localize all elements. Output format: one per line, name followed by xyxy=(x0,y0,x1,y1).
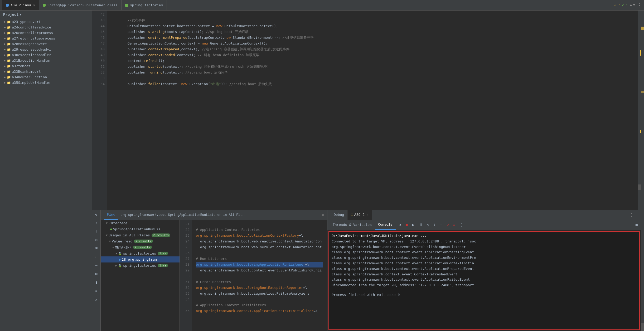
console-wrapper[interactable]: D:\JavaEnvironment\Java\JDK17\bin\java.e… xyxy=(328,231,640,330)
find-tree-value-read[interactable]: ▼ Value read 2 results xyxy=(101,238,180,244)
debug-btn-red2[interactable]: ✏ xyxy=(452,222,457,228)
sidebar-item-a32[interactable]: ▶ 📁 a32tomcat xyxy=(0,63,92,69)
factory-line-26 xyxy=(196,250,323,256)
find-tree-spring-factories-2[interactable]: ▶ 🍃 spring.factories 1 re xyxy=(101,262,180,269)
up-icon[interactable]: ↑ xyxy=(95,221,97,225)
tab-srl[interactable]: SpringApplicationRunListener.class xyxy=(39,0,122,10)
sidebar-item-a31[interactable]: ▶ 📁 a31ExceptionHandler xyxy=(0,58,92,63)
code-content[interactable]: //发布事件 DefaultBootstrapContext bootstrap… xyxy=(107,11,638,210)
close-panel-icon[interactable]: ✕ xyxy=(95,298,97,302)
debug-minimize-btn[interactable]: — xyxy=(636,213,638,217)
debug-btn-resume[interactable]: ▶ xyxy=(411,222,415,228)
find-close-btn[interactable]: ✕ xyxy=(322,213,324,217)
factory-line-34 xyxy=(196,296,323,302)
folder-icon: 📁 xyxy=(7,26,11,29)
find-panel-header: Find org.springframework.boot.SpringAppl… xyxy=(101,210,327,220)
arrow-icon: ▶ xyxy=(4,59,6,62)
sidebar-header[interactable]: Project ▼ xyxy=(0,11,92,19)
console-line-6: class org.springframework.boot.context.e… xyxy=(332,261,637,266)
expand-icon[interactable]: ⊞ xyxy=(95,272,97,276)
console-line-5: class org.springframework.boot.context.e… xyxy=(332,255,637,261)
debug-btn-reload[interactable]: ↺ xyxy=(398,222,402,228)
sync-icon[interactable]: ↺ xyxy=(95,212,97,217)
debug-more-btn[interactable]: ⋮ xyxy=(629,212,633,218)
debug-toolbar: Threads & Variables Console ↺ ◼ ▶ ⏸ ↷ ↓ … xyxy=(327,220,641,230)
sidebar-item-a30[interactable]: ▶ 📁 a30exceptionhandler xyxy=(0,52,92,58)
left-side-icons: ↺ ↑ ↓ ⚙ 👁 ← → ⊞ ℹ ≡ ✕ xyxy=(92,210,101,331)
folder-icon: 📁 xyxy=(7,64,11,68)
debug-session-icon: ⬡ xyxy=(351,213,353,217)
tab-a39[interactable]: A39_2.java ✕ xyxy=(2,0,39,10)
arrow-icon: ▶ xyxy=(4,81,6,84)
back-icon[interactable]: ← xyxy=(95,255,97,259)
sidebar-item-label: a26controllerprocess xyxy=(12,31,53,35)
debug-btn-stop[interactable]: ◼ xyxy=(404,222,409,228)
debug-btn-step-into[interactable]: ↓ xyxy=(432,222,437,228)
factory-line-21 xyxy=(196,221,323,227)
settings-icon[interactable]: ⚙ xyxy=(95,238,97,242)
debug-btn-step-out[interactable]: ↑ xyxy=(439,222,443,228)
debug-session[interactable]: ⬡ A39_2 ✕ xyxy=(347,210,372,220)
arrow-icon: ▶ xyxy=(4,48,6,51)
debug-btn-more[interactable]: ⋮ xyxy=(459,222,465,228)
find-tree-match-selected[interactable]: ◆ 28 org.springfram xyxy=(101,256,180,262)
sidebar-item-label: a30exceptionhandler xyxy=(12,53,51,57)
factory-line-30 xyxy=(196,273,323,279)
find-tree-spring-interface[interactable]: ● SpringApplicationRunLis xyxy=(101,226,180,232)
folder-icon: 📁 xyxy=(7,70,11,74)
factory-line-28: org.springframework.boot.SpringApplicati… xyxy=(196,262,323,267)
console-line-11 xyxy=(332,288,637,292)
debug-threads-tab[interactable]: Threads & Variables xyxy=(330,220,375,230)
arrow-icon: ▶ xyxy=(4,37,6,40)
console-line-2: Connected to the target VM, address: '12… xyxy=(332,239,637,244)
info-icon[interactable]: ℹ xyxy=(96,280,97,285)
console-line-10: Disconnected from the target VM, address… xyxy=(332,283,637,288)
code-line-45: publisher.starting(bootstrapContext); //… xyxy=(111,29,634,35)
sidebar-item-a23[interactable]: ▶ 📁 a23typeconvert xyxy=(0,19,92,25)
top-more[interactable]: ⋮ xyxy=(637,2,642,8)
tab-srl-label: SpringApplicationRunListener.class xyxy=(47,3,118,7)
usages-badge: 2 results xyxy=(152,233,171,237)
console-line-7: class org.springframework.boot.context.e… xyxy=(332,266,637,272)
eye-icon[interactable]: 👁 xyxy=(95,246,98,251)
folder-icon: 📁 xyxy=(7,42,11,46)
find-tree-usages[interactable]: ▼ Usages in All Places 2 results xyxy=(101,232,180,238)
nav-down[interactable]: ▼ xyxy=(633,3,635,7)
factories-view[interactable]: 21 22 23 24 25 26 27 28 29 30 31 32 xyxy=(180,220,327,331)
sidebar-item-a24[interactable]: ▶ 📁 a24controlleradvice xyxy=(0,25,92,30)
factory-line-22: # Application Context Factories xyxy=(196,227,323,233)
down-icon[interactable]: ↓ xyxy=(95,229,97,233)
sidebar-item-a26[interactable]: ▶ 📁 a26controllerprocess xyxy=(0,30,92,36)
line-numbers: 42 43 44 45 46 47 48 49 50 51 52 53 54 xyxy=(92,11,107,210)
sidebar-item-a34[interactable]: ▶ 📁 a34RouterFunction xyxy=(0,74,92,80)
forward-icon[interactable]: → xyxy=(95,263,97,267)
sidebar-item-a28[interactable]: ▶ 📁 a28messageconvert xyxy=(0,41,92,47)
sidebar-item-label: a28messageconvert xyxy=(12,42,47,46)
find-tree-spring-factories-1[interactable]: ▼ 🍃 spring.factories 1 re xyxy=(101,250,180,256)
console-line-3: org.springframework.boot.context.event.E… xyxy=(332,244,637,250)
sidebar-item-a33[interactable]: ▶ 📁 a33BeanNameUrl xyxy=(0,69,92,74)
sidebar-title: Project xyxy=(3,13,19,17)
debug-btn-red1[interactable]: ○ xyxy=(446,222,450,228)
debug-console-tab[interactable]: Console xyxy=(375,220,396,230)
checks-indicator: ✓ 1 xyxy=(622,3,628,7)
find-tree-interface[interactable]: ▼ Interface xyxy=(101,220,180,226)
find-tab[interactable]: Find xyxy=(104,210,118,220)
code-line-53 xyxy=(111,75,634,81)
collapse-all-icon[interactable]: ≡ xyxy=(95,289,97,293)
debug-btn-restore[interactable]: ⊞ xyxy=(634,222,639,228)
folder-icon: 📁 xyxy=(7,53,11,57)
find-tree-meta-inf[interactable]: ▼ META-INF 2 results xyxy=(101,244,180,250)
debug-session-close[interactable]: ✕ xyxy=(367,213,369,217)
right-scrollbar xyxy=(641,11,644,331)
debug-btn-step-over[interactable]: ↷ xyxy=(426,222,430,228)
sidebar-item-a35[interactable]: ▶ 📁 a35SimpleUrlHandler xyxy=(0,80,92,85)
arrow-icon: ▶ xyxy=(4,53,6,56)
tab-a39-close[interactable]: ✕ xyxy=(33,3,35,7)
debug-btn-pause[interactable]: ⏸ xyxy=(418,222,424,228)
sidebar-item-a27[interactable]: ▶ 📁 a27returnvalueprocess xyxy=(0,36,92,41)
tab-sf[interactable]: spring.factories xyxy=(122,0,167,10)
nav-up[interactable]: ▲ xyxy=(630,3,632,7)
sidebar-item-a29[interactable]: ▶ 📁 a29responsebodyadvi xyxy=(0,47,92,52)
debug-tab[interactable]: Debug xyxy=(331,210,347,220)
